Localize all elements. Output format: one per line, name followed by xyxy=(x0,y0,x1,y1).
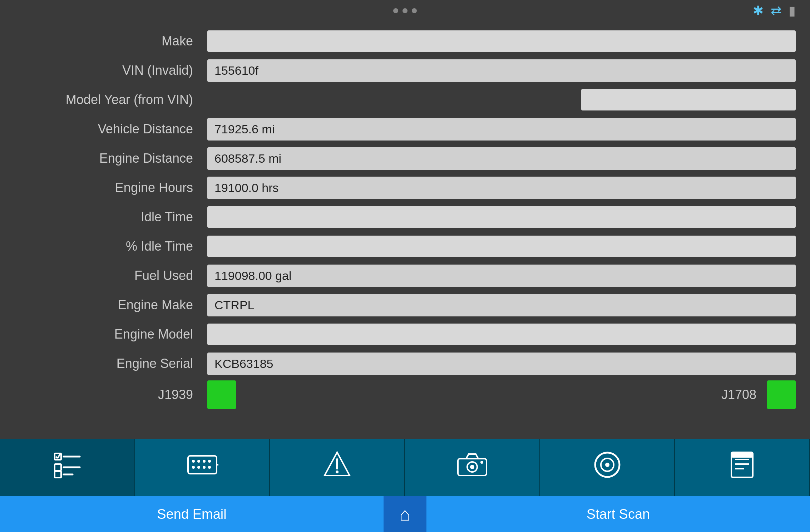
idle-time-field-container xyxy=(207,206,796,228)
engine-distance-field-container: 608587.5 mi xyxy=(207,147,796,170)
content-area: Make VIN (Invalid) 155610f Model Year (f… xyxy=(0,21,810,439)
nav-camera[interactable] xyxy=(405,439,540,496)
report-icon xyxy=(730,450,755,485)
idle-time-value xyxy=(207,206,796,228)
signal-icon: ⇄ xyxy=(771,3,781,18)
svg-point-11 xyxy=(203,460,206,463)
nav-obd[interactable] xyxy=(135,439,270,496)
nav-tire[interactable] xyxy=(540,439,675,496)
pct-idle-time-value xyxy=(207,236,796,257)
make-label: Make xyxy=(14,34,207,49)
home-button[interactable]: ⌂ xyxy=(384,496,426,532)
dot-2 xyxy=(402,8,408,13)
engine-model-value xyxy=(207,324,796,345)
warning-icon xyxy=(323,450,351,485)
engine-make-label: Engine Make xyxy=(14,297,207,312)
svg-point-14 xyxy=(197,466,200,469)
vin-value: 155610f xyxy=(207,59,796,82)
top-dots xyxy=(393,8,417,13)
engine-serial-label: Engine Serial xyxy=(14,356,207,371)
vehicle-distance-label: Vehicle Distance xyxy=(14,122,207,137)
fuel-used-field-container: 119098.00 gal xyxy=(207,265,796,287)
tire-icon xyxy=(593,450,622,485)
j1939-indicator xyxy=(207,380,236,409)
make-field-container xyxy=(207,30,796,52)
engine-distance-value: 608587.5 mi xyxy=(207,147,796,170)
nav-checklist[interactable] xyxy=(0,439,135,496)
bottom-nav xyxy=(0,439,810,496)
engine-serial-value: KCB63185 xyxy=(207,353,796,375)
svg-point-10 xyxy=(197,460,200,463)
svg-point-16 xyxy=(208,466,211,469)
send-email-button[interactable]: Send Email xyxy=(0,496,384,532)
make-value xyxy=(207,30,796,52)
svg-line-2 xyxy=(58,454,60,458)
start-scan-button[interactable]: Start Scan xyxy=(426,496,810,532)
svg-point-24 xyxy=(470,465,474,469)
svg-point-12 xyxy=(208,460,211,463)
engine-model-label: Engine Model xyxy=(14,327,207,342)
svg-point-28 xyxy=(605,463,609,467)
checklist-icon xyxy=(53,450,82,485)
engine-hours-row: Engine Hours 19100.0 hrs xyxy=(14,175,796,200)
nav-warning[interactable] xyxy=(270,439,405,496)
pct-idle-time-field-container xyxy=(207,236,796,257)
camera-icon xyxy=(456,452,488,483)
j1939-label: J1939 xyxy=(14,387,207,402)
fuel-used-row: Fuel Used 119098.00 gal xyxy=(14,263,796,288)
j1708-indicator xyxy=(767,380,796,409)
model-year-label: Model Year (from VIN) xyxy=(14,92,207,107)
dot-1 xyxy=(393,8,398,13)
vehicle-distance-field-container: 71925.6 mi xyxy=(207,118,796,141)
start-scan-label: Start Scan xyxy=(587,507,650,522)
idle-time-row: Idle Time xyxy=(14,205,796,230)
vin-label: VIN (Invalid) xyxy=(14,63,207,78)
bluetooth-icon: ✱ xyxy=(753,3,764,18)
engine-hours-field-container: 19100.0 hrs xyxy=(207,177,796,199)
vehicle-distance-row: Vehicle Distance 71925.6 mi xyxy=(14,117,796,142)
pct-idle-time-row: % Idle Time xyxy=(14,234,796,259)
send-email-label: Send Email xyxy=(157,507,226,522)
engine-make-value: CTRPL xyxy=(207,294,796,316)
nav-report[interactable] xyxy=(675,439,810,496)
svg-point-9 xyxy=(192,460,195,463)
make-row: Make xyxy=(14,29,796,54)
idle-time-label: Idle Time xyxy=(14,210,207,225)
model-year-value xyxy=(581,89,796,110)
engine-model-row: Engine Model xyxy=(14,322,796,347)
top-icons-group: ✱ ⇄ ▮ xyxy=(753,3,796,18)
engine-make-row: Engine Make CTRPL xyxy=(14,292,796,317)
engine-hours-value: 19100.0 hrs xyxy=(207,177,796,199)
vin-row: VIN (Invalid) 155610f xyxy=(14,58,796,83)
engine-distance-label: Engine Distance xyxy=(14,151,207,166)
battery-icon: ▮ xyxy=(789,3,796,18)
vehicle-distance-value: 71925.6 mi xyxy=(207,118,796,141)
engine-model-field-container xyxy=(207,324,796,345)
pct-idle-time-label: % Idle Time xyxy=(14,239,207,254)
svg-rect-33 xyxy=(731,452,753,458)
model-year-row: Model Year (from VIN) xyxy=(14,87,796,112)
vin-field-container: 155610f xyxy=(207,59,796,82)
svg-rect-4 xyxy=(55,464,61,471)
home-icon: ⌂ xyxy=(399,503,410,525)
protocol-row: J1939 J1708 xyxy=(14,380,796,409)
j1708-label-text: J1708 xyxy=(721,387,756,402)
fuel-used-label: Fuel Used xyxy=(14,268,207,283)
model-year-field-container xyxy=(207,89,796,110)
obd-icon xyxy=(186,452,218,483)
engine-make-field-container: CTRPL xyxy=(207,294,796,316)
fuel-used-value: 119098.00 gal xyxy=(207,265,796,287)
engine-serial-field-container: KCB63185 xyxy=(207,353,796,375)
top-bar: ✱ ⇄ ▮ xyxy=(0,0,810,21)
dot-3 xyxy=(412,8,417,13)
svg-point-13 xyxy=(192,466,195,469)
engine-serial-row: Engine Serial KCB63185 xyxy=(14,351,796,376)
svg-rect-8 xyxy=(188,456,217,474)
svg-point-21 xyxy=(336,471,339,473)
svg-rect-6 xyxy=(55,471,61,478)
svg-point-25 xyxy=(480,461,483,464)
engine-distance-row: Engine Distance 608587.5 mi xyxy=(14,146,796,171)
svg-point-15 xyxy=(203,466,206,469)
action-bar: Send Email ⌂ Start Scan xyxy=(0,496,810,532)
engine-hours-label: Engine Hours xyxy=(14,180,207,195)
